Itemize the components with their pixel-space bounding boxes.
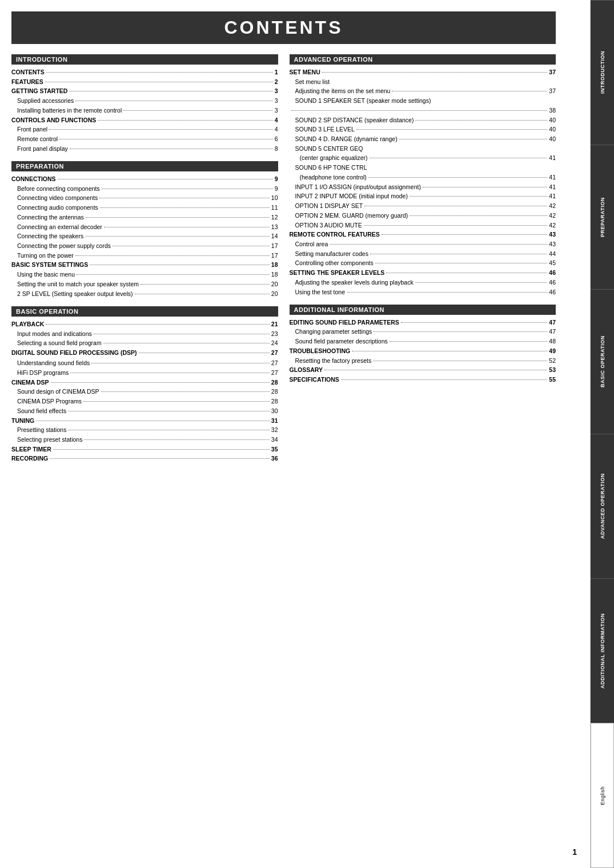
toc-entry-label: CONTROLS AND FUNCTIONS: [11, 116, 96, 125]
toc-row: OPTION 1 DISPLAY SET42: [290, 202, 556, 210]
toc-row: Changing parameter settings47: [290, 327, 556, 336]
toc-row: SOUND 2 SP DISTANCE (speaker distance)40: [290, 116, 556, 125]
toc-row: Front panel4: [11, 125, 278, 134]
toc-page-number: 11: [271, 203, 278, 212]
toc-row: HiFi DSP programs27: [11, 369, 278, 377]
toc-dots: [113, 246, 270, 246]
preparation-section: PREPARATION CONNECTIONS9Before connectin…: [11, 161, 278, 298]
introduction-section: INTRODUCTION CONTENTS1FEATURES2GETTING S…: [11, 54, 278, 153]
toc-row: RECORDING36: [11, 454, 278, 463]
toc-row: (headphone tone control)41: [290, 173, 556, 182]
toc-dots: [45, 82, 273, 82]
toc-dots: [370, 254, 547, 254]
toc-dots: [98, 120, 272, 121]
toc-entry-label: Selecting preset stations: [11, 435, 82, 444]
preparation-header: PREPARATION: [11, 161, 278, 171]
tab-english[interactable]: English: [591, 723, 614, 868]
toc-dots: [91, 363, 270, 363]
toc-entry-label: TUNING: [11, 417, 34, 425]
toc-dots: [50, 458, 270, 459]
toc-dots: [364, 206, 547, 206]
toc-page-number: 41: [549, 183, 556, 191]
tab-basic-operation[interactable]: BASIC OPERATION: [591, 289, 614, 434]
toc-row: Adjusting the speaker levels during play…: [290, 278, 556, 287]
toc-page-number: 14: [271, 232, 278, 241]
basic-operation-entries: PLAYBACK21Input modes and indications23S…: [11, 320, 278, 463]
toc-row: FEATURES2: [11, 78, 278, 86]
toc-page-number: 41: [549, 192, 556, 201]
right-tabs: INTRODUCTION PREPARATION BASIC OPERATION…: [590, 0, 614, 868]
toc-page-number: 18: [271, 261, 278, 269]
toc-page-number: 3: [275, 106, 278, 115]
toc-dots: [59, 139, 272, 139]
toc-entry-label: Connecting video components: [11, 194, 98, 202]
toc-entry-label: Connecting an external decoder: [11, 223, 102, 231]
toc-page-number: 4: [275, 116, 278, 125]
toc-row: Sound field parameter descriptions48: [290, 337, 556, 346]
toc-entry-label: Using the basic menu: [11, 270, 75, 279]
toc-row: EDITING SOUND FIELD PARAMETERS47: [290, 318, 556, 327]
toc-entry-label: INPUT 1 I/O ASSIGN (input/output assignm…: [290, 183, 421, 191]
toc-row: Resetting the factory presets52: [290, 357, 556, 365]
toc-entry-label: Setting manufacturer codes: [290, 250, 368, 258]
toc-row: SOUND 5 CENTER GEQ: [290, 145, 556, 153]
toc-entry-label: CONNECTIONS: [11, 175, 56, 183]
toc-row: CONTROLS AND FUNCTIONS4: [11, 116, 278, 125]
toc-page-number: 23: [271, 330, 278, 338]
tab-preparation[interactable]: PREPARATION: [591, 145, 614, 289]
toc-entry-label: REMOTE CONTROL FEATURES: [290, 230, 380, 239]
toc-entry-label: BASIC SYSTEM SETTINGS: [11, 261, 88, 269]
toc-row: CINEMA DSP Programs28: [11, 397, 278, 406]
toc-row: Presetting stations32: [11, 426, 278, 434]
toc-row: Selecting preset stations34: [11, 435, 278, 444]
toc-entry-label: Connecting the speakers: [11, 232, 83, 241]
toc-entry-label: Sound field effects: [11, 407, 66, 415]
tab-additional-information[interactable]: ADDITIONAL INFORMATION: [591, 578, 614, 723]
toc-page-number: 43: [549, 230, 556, 239]
toc-row: Before connecting components9: [11, 185, 278, 193]
toc-entry-label: Front panel display: [11, 145, 68, 153]
toc-row: Set menu list: [290, 78, 556, 86]
toc-page-number: 18: [271, 270, 278, 279]
tab-introduction[interactable]: INTRODUCTION: [591, 0, 614, 145]
toc-page-number: 2: [275, 78, 278, 86]
toc-row: Connecting video components10: [11, 194, 278, 202]
toc-dots: [51, 382, 270, 383]
toc-entry-label: SLEEP TIMER: [11, 445, 51, 454]
toc-page-number: 41: [549, 154, 556, 162]
toc-row: GETTING STARTED3: [11, 87, 278, 95]
toc-row: GLOSSARY53: [290, 366, 556, 374]
toc-page-number: 47: [549, 318, 556, 327]
toc-dots: [370, 158, 548, 158]
toc-entry-label: Selecting a sound field program: [11, 339, 102, 347]
toc-dots: [352, 351, 547, 351]
toc-page-number: 27: [271, 369, 278, 377]
toc-row: Supplied accessories3: [11, 97, 278, 105]
toc-entry-label: Controlling other components: [290, 259, 374, 267]
toc-page-number: 8: [275, 145, 278, 153]
additional-info-header: ADDITIONAL INFORMATION: [290, 305, 556, 315]
toc-page-number: 37: [549, 68, 556, 77]
toc-page-number: 9: [275, 185, 278, 193]
toc-row: CONNECTIONS9: [11, 175, 278, 183]
toc-row: Using the test tone46: [290, 288, 556, 297]
toc-entry-label: Control area: [290, 240, 328, 249]
toc-page-number: 41: [549, 173, 556, 182]
toc-entry-label: TROUBLESHOOTING: [290, 347, 351, 355]
toc-entry-label: Resetting the factory presets: [290, 357, 372, 365]
toc-page-number: 46: [549, 278, 556, 287]
tab-advanced-operation[interactable]: ADVANCED OPERATION: [591, 434, 614, 578]
toc-page-number: 55: [549, 375, 556, 384]
toc-dots: [70, 149, 273, 149]
toc-page-number: 48: [549, 337, 556, 346]
toc-entry-label: Understanding sound fields: [11, 359, 90, 367]
toc-entry-label: Adjusting the speaker levels during play…: [290, 278, 414, 287]
toc-entry-label: GLOSSARY: [290, 366, 323, 374]
toc-entry-label: SPECIFICATIONS: [290, 375, 339, 384]
toc-dots: [415, 282, 548, 283]
toc-row: SOUND 1 SPEAKER SET (speaker mode settin…: [290, 97, 556, 105]
toc-row: SETTING THE SPEAKER LEVELS46: [290, 269, 556, 277]
toc-entry-label: Supplied accessories: [11, 97, 74, 105]
toc-row: CINEMA DSP28: [11, 378, 278, 387]
toc-entry-label: Presetting stations: [11, 426, 66, 434]
